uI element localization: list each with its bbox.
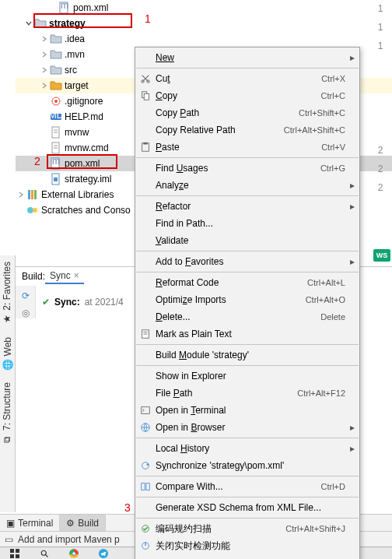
menu-item-copy-path[interactable]: Copy PathCtrl+Shift+C bbox=[135, 104, 359, 121]
browser-icon bbox=[138, 421, 152, 434]
folder-open-icon bbox=[50, 79, 62, 92]
library-icon bbox=[26, 188, 39, 201]
annotation-box-2 bbox=[47, 154, 117, 169]
taskbar-app-telegram[interactable] bbox=[89, 547, 118, 559]
menu-separator bbox=[136, 365, 359, 366]
toolwindow-tab-favorites[interactable]: ★2: Favorites bbox=[0, 255, 14, 331]
menu-item-delete[interactable]: Delete...Delete bbox=[135, 308, 359, 325]
svg-rect-18 bbox=[34, 190, 37, 199]
menu-item-optimize-imports[interactable]: Optimize ImportsCtrl+Alt+O bbox=[135, 291, 359, 308]
status-message: Add and import Maven p bbox=[18, 534, 120, 545]
xml-file-icon: m bbox=[58, 2, 71, 14]
sync-timestamp: at 2021/4 bbox=[85, 297, 124, 308]
menu-item-local-history[interactable]: Local History▸ bbox=[135, 440, 359, 457]
annotation-number-3: 3 bbox=[124, 501, 131, 514]
menu-item-cut[interactable]: CutCtrl+X bbox=[135, 70, 359, 87]
menu-item-reformat-code[interactable]: Reformat CodeCtrl+Alt+L bbox=[135, 274, 359, 291]
check-icon: ✔ bbox=[42, 297, 50, 308]
build-label: Build: bbox=[22, 271, 45, 282]
svg-rect-15 bbox=[54, 178, 58, 181]
submenu-arrow-icon: ▸ bbox=[350, 443, 355, 454]
tree-item-label: External Libraries bbox=[41, 189, 114, 200]
menu-item-find-usages[interactable]: Find UsagesCtrl+G bbox=[135, 160, 359, 177]
context-menu: New▸ CutCtrl+X CopyCtrl+C Copy PathCtrl+… bbox=[135, 47, 360, 559]
annotation-number-1: 1 bbox=[145, 12, 151, 25]
menu-item-compare-with[interactable]: Compare With...Ctrl+D bbox=[135, 478, 359, 495]
menu-separator bbox=[136, 438, 359, 438]
sync-status-row[interactable]: ✔ Sync: at 2021/4 bbox=[36, 286, 130, 318]
cut-icon bbox=[138, 72, 152, 85]
chevron-right-icon[interactable] bbox=[39, 33, 50, 44]
gitignore-file-icon bbox=[50, 95, 62, 107]
ws-badge: WS bbox=[373, 249, 390, 262]
svg-line-45 bbox=[46, 554, 48, 557]
menu-item-synchronize[interactable]: Synchronize 'strategy\pom.xml' bbox=[135, 457, 359, 474]
menu-item-close-realtime[interactable]: 关闭实时检测功能 bbox=[135, 537, 359, 554]
tree-item-label: pom.xml bbox=[73, 2, 108, 13]
menu-item-mark-plain-text[interactable]: Mark as Plain Text bbox=[135, 325, 359, 343]
menu-item-validate[interactable]: Validate bbox=[135, 232, 359, 249]
terminal-icon bbox=[138, 404, 152, 417]
menu-item-copy-relative-path[interactable]: Copy Relative PathCtrl+Alt+Shift+C bbox=[135, 121, 359, 139]
target-icon[interactable]: ◎ bbox=[22, 308, 30, 318]
tree-item-label: HELP.md bbox=[65, 111, 103, 122]
menu-item-code-scan[interactable]: 编码规约扫描Ctrl+Alt+Shift+J bbox=[135, 520, 359, 537]
toolwindow-tab-web[interactable]: 🌐Web bbox=[0, 331, 15, 376]
search-button[interactable] bbox=[30, 547, 59, 559]
toolwindow-tab-structure[interactable]: ⧉7: Structure bbox=[0, 376, 14, 451]
file-icon bbox=[50, 142, 62, 154]
menu-item-analyze[interactable]: Analyze▸ bbox=[135, 177, 359, 194]
svg-rect-33 bbox=[146, 483, 149, 490]
iml-file-icon bbox=[50, 173, 62, 185]
toolwindow-tab-build[interactable]: ⚙Build bbox=[60, 515, 106, 531]
menu-separator bbox=[136, 344, 359, 345]
svg-point-44 bbox=[41, 550, 46, 555]
taskbar-app-chrome[interactable] bbox=[59, 547, 89, 559]
svg-text:m: m bbox=[61, 0, 68, 11]
svg-point-20 bbox=[33, 208, 37, 213]
svg-point-3 bbox=[54, 100, 58, 103]
svg-rect-41 bbox=[16, 549, 19, 553]
menu-separator bbox=[136, 157, 359, 158]
menu-item-build-module[interactable]: Build Module 'strategy' bbox=[135, 346, 359, 364]
tree-item-label: mvnw bbox=[65, 127, 89, 138]
chevron-right-icon[interactable] bbox=[39, 49, 50, 60]
menu-item-generate-xsd[interactable]: Generate XSD Schema from XML File... bbox=[135, 499, 359, 516]
menu-item-paste[interactable]: PasteCtrl+V bbox=[135, 139, 359, 156]
menu-separator bbox=[136, 476, 359, 476]
menu-item-copy[interactable]: CopyCtrl+C bbox=[135, 87, 359, 104]
build-tab-sync[interactable]: Sync× bbox=[45, 269, 84, 284]
menu-item-show-in-explorer[interactable]: Show in Explorer bbox=[135, 367, 359, 385]
chevron-right-icon[interactable] bbox=[16, 189, 26, 200]
annotation-box-1 bbox=[33, 13, 132, 28]
tree-item-label: target bbox=[65, 80, 89, 91]
tree-item[interactable]: .idea bbox=[16, 31, 392, 47]
menu-item-add-to-favorites[interactable]: Add to Favorites▸ bbox=[135, 253, 359, 270]
menu-separator bbox=[136, 497, 359, 497]
start-button[interactable] bbox=[0, 547, 30, 559]
folder-icon bbox=[50, 33, 62, 45]
menu-item-create-gist[interactable]: G Create Gist... bbox=[135, 554, 359, 559]
menu-item-new[interactable]: New▸ bbox=[135, 49, 359, 66]
chevron-down-icon[interactable] bbox=[23, 18, 34, 29]
chevron-right-icon[interactable] bbox=[39, 80, 50, 91]
menu-item-open-terminal[interactable]: Open in Terminal bbox=[135, 402, 359, 419]
sync-label: Sync: bbox=[54, 297, 80, 308]
menu-item-file-path[interactable]: File PathCtrl+Alt+F12 bbox=[135, 385, 359, 402]
close-icon[interactable]: × bbox=[74, 270, 79, 281]
tree-item-label: .mvn bbox=[65, 49, 85, 60]
annotation-number-2: 2 bbox=[34, 155, 40, 167]
folder-icon bbox=[50, 64, 62, 76]
toolwindow-tab-terminal[interactable]: ▣Terminal bbox=[0, 515, 60, 531]
menu-item-open-browser[interactable]: Open in Browser▸ bbox=[135, 419, 359, 436]
tree-item-label: strategy.iml bbox=[65, 174, 111, 185]
sync-icon[interactable]: ⟳ bbox=[22, 290, 30, 301]
structure-icon: ⧉ bbox=[2, 436, 12, 443]
web-icon: 🌐 bbox=[2, 359, 13, 371]
md-file-icon: MD bbox=[50, 111, 62, 123]
menu-item-refactor[interactable]: Refactor▸ bbox=[135, 198, 359, 215]
chevron-right-icon[interactable] bbox=[39, 65, 50, 76]
status-icon[interactable]: ▭ bbox=[5, 534, 13, 545]
menu-item-find-in-path[interactable]: Find in Path... bbox=[135, 215, 359, 232]
menu-separator bbox=[136, 518, 359, 519]
